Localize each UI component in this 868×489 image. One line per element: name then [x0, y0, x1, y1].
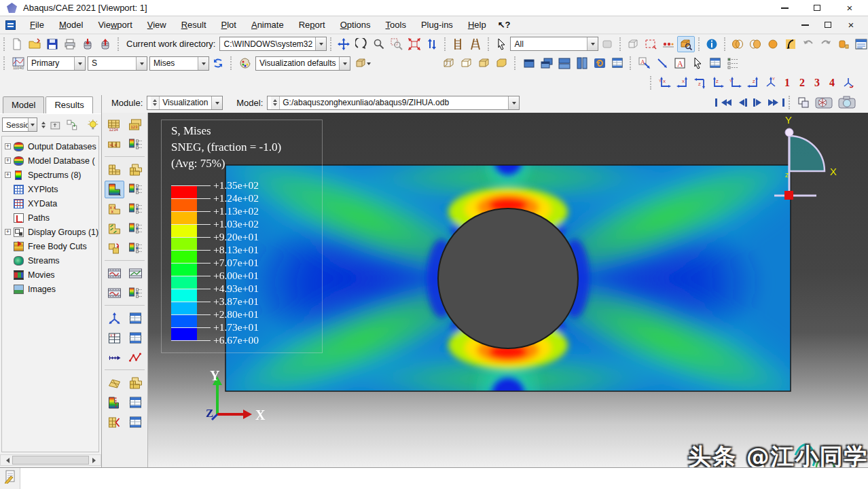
spiral-tool-button[interactable] [591, 55, 609, 71]
chevron-down-icon[interactable] [28, 118, 37, 131]
pan-view-button[interactable] [335, 36, 352, 52]
spinner-icon[interactable] [151, 96, 160, 109]
mini-db-button[interactable] [835, 36, 852, 52]
view-1-button[interactable]: 1 [780, 77, 795, 89]
viewport-canvas[interactable]: S, Mises SNEG, (fraction = -1.0) (Avg: 7… [148, 113, 868, 467]
compass-free-rotate-handle[interactable] [785, 128, 793, 137]
numbered-mesh-button[interactable] [105, 116, 124, 134]
color-mode-combo[interactable]: Visualization defaults [255, 56, 350, 71]
position-combo[interactable]: Primary [27, 56, 86, 71]
menu-viewport[interactable]: Viewport [90, 18, 139, 32]
scroll-left-button[interactable] [1, 455, 12, 465]
odb-open-button[interactable] [79, 36, 96, 52]
color-code-dialog-button[interactable] [236, 55, 254, 71]
view-front-button[interactable]: XY [656, 75, 674, 91]
create-xy-data-button[interactable] [105, 310, 124, 327]
magnify-button[interactable] [370, 36, 388, 52]
odb-save-button[interactable] [96, 36, 114, 52]
collapse-tree-button[interactable] [50, 119, 62, 131]
xy-table-button[interactable] [105, 329, 124, 347]
child-restore-button[interactable] [822, 20, 834, 31]
compass-lock-icon[interactable] [784, 191, 793, 200]
perspective-on-button[interactable] [449, 36, 467, 52]
symbol-plot-button[interactable] [105, 200, 124, 218]
record-animation-button[interactable] [812, 94, 835, 111]
tree-item-xydata[interactable]: XYData [2, 196, 98, 211]
ball-tool-button[interactable] [764, 36, 782, 52]
arrow-annotation-button[interactable] [653, 55, 671, 71]
view-bottom-button[interactable]: Z [744, 75, 762, 91]
session-combo[interactable]: Sessio [2, 117, 37, 132]
rotate-view-button[interactable] [352, 36, 370, 52]
drag-box-button[interactable] [642, 36, 659, 52]
redo-button[interactable] [817, 36, 835, 52]
create-path-button[interactable] [105, 349, 124, 367]
expand-icon[interactable]: + [5, 158, 11, 164]
menu-tools[interactable]: Tools [378, 18, 414, 32]
orientation-plot-button[interactable] [105, 220, 124, 238]
variable-combo[interactable]: S [88, 56, 147, 71]
numbered-stack-button[interactable] [126, 116, 145, 134]
rotate-axis-button[interactable] [839, 75, 857, 91]
panel-list-button[interactable] [852, 36, 868, 52]
sync-frames-button[interactable] [209, 55, 227, 71]
chevron-down-icon[interactable] [315, 37, 326, 50]
tree-item-output-databases[interactable]: +Output Databases [2, 139, 98, 153]
render-filled-button[interactable] [493, 55, 511, 71]
zoom-box-button[interactable] [388, 36, 405, 52]
view-cut-manager-button[interactable] [126, 394, 145, 412]
expand-icon[interactable]: + [5, 143, 11, 149]
view-corner-button[interactable]: Z [691, 75, 709, 91]
work-dir-combo[interactable]: C:\WINDOWS\system32 [219, 37, 327, 51]
menu-options[interactable]: Options [333, 18, 378, 32]
fit-view-button[interactable] [405, 36, 423, 52]
boolean-union-button[interactable] [729, 36, 746, 52]
free-body-button[interactable] [105, 414, 124, 431]
annotation-list-button[interactable] [724, 55, 742, 71]
tile-vertical-button[interactable] [573, 55, 591, 71]
cycle-views-button[interactable] [423, 36, 441, 52]
scroll-right-button[interactable] [90, 455, 101, 465]
view-3-button[interactable]: 3 [810, 77, 825, 89]
customize-button[interactable] [782, 36, 799, 52]
model-combo[interactable]: G:/abaquszonghexunliao/abaqus9/ZIHUA.odb [267, 96, 520, 110]
animation-options-button[interactable] [126, 285, 145, 302]
bracket-ticks-button[interactable] [105, 136, 124, 153]
expand-icon[interactable]: + [5, 229, 11, 235]
spinner-icon[interactable] [271, 96, 280, 109]
orientation-compass[interactable]: Y X z [767, 114, 844, 204]
scrollbar-thumb[interactable] [12, 456, 89, 465]
menu-plugins[interactable]: Plug-ins [414, 18, 460, 32]
xy-table-manager-button[interactable] [126, 329, 145, 347]
view-iso-button[interactable]: Y [762, 75, 780, 91]
boolean-intersect-button[interactable] [746, 36, 764, 52]
selection-filter-combo[interactable]: All [510, 37, 598, 51]
child-close-button[interactable]: × [845, 20, 857, 31]
tree-spinner[interactable] [41, 120, 46, 130]
tile-horizontal-button[interactable] [556, 55, 573, 71]
undo-button[interactable] [799, 36, 817, 52]
field-output-dialog-button[interactable]: 11040 [10, 54, 27, 73]
invariant-combo[interactable]: Mises [149, 56, 209, 71]
query-button[interactable] [677, 36, 695, 52]
new-file-button[interactable] [8, 36, 26, 52]
animate-scale-button[interactable] [105, 265, 124, 283]
last-frame-button[interactable] [767, 95, 785, 110]
tree-item-images[interactable]: Images [2, 282, 98, 296]
chevron-down-icon[interactable] [74, 57, 85, 70]
tree-item-streams[interactable]: Streams [2, 253, 98, 268]
overlay-plot-button[interactable] [105, 240, 124, 257]
viewport-table-button[interactable] [609, 55, 626, 71]
menu-model[interactable]: Model [52, 18, 90, 32]
link-tree-button[interactable] [66, 119, 78, 131]
menu-animate[interactable]: Animate [244, 18, 291, 32]
view-back-button[interactable]: X [674, 75, 691, 91]
deformed-plot-button[interactable] [126, 161, 145, 179]
animate-harmonic-button[interactable] [105, 285, 124, 302]
snapshot-button[interactable] [835, 94, 858, 111]
previous-frame-button[interactable] [732, 95, 750, 110]
render-hidden-button[interactable] [458, 55, 475, 71]
tree-item-paths[interactable]: Paths [2, 211, 98, 225]
tree-item-xyplots[interactable]: XYPlots [2, 182, 98, 196]
single-window-button[interactable] [520, 55, 538, 71]
